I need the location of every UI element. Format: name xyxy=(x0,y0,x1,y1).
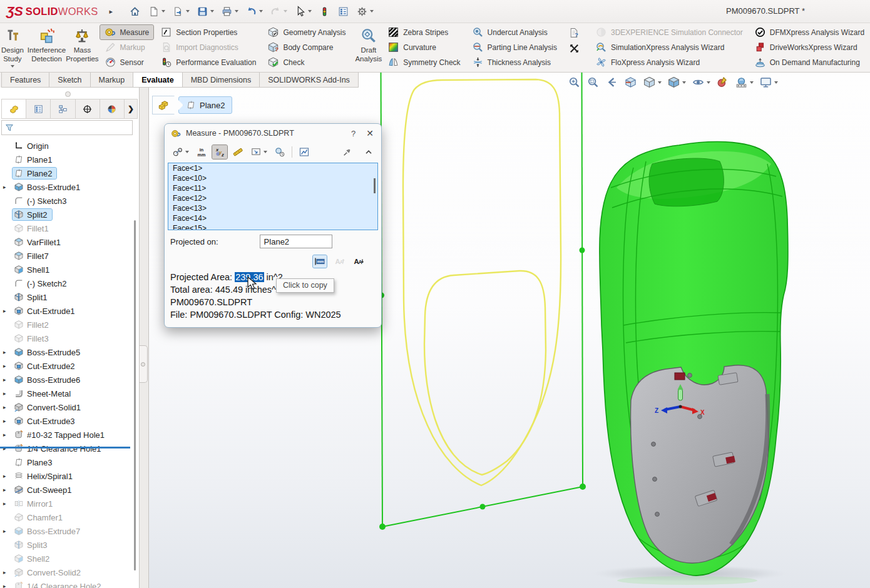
tree-item-convert-solid2[interactable]: ▸Convert-Solid2 xyxy=(0,565,134,579)
dropdown-caret-icon[interactable] xyxy=(370,10,374,13)
ribbon-button-import-diagnostics[interactable]: Import Diagnostics xyxy=(156,40,260,54)
dropdown-caret-icon[interactable] xyxy=(11,65,14,68)
tree-item--10-32-tapped-hole1[interactable]: ▸#10-32 Tapped Hole1 xyxy=(0,428,134,442)
dropdown-caret-icon[interactable] xyxy=(161,10,165,13)
tree-part-tab[interactable] xyxy=(2,99,26,118)
tree-item-cut-sweep1[interactable]: ▸Cut-Sweep1 xyxy=(0,483,134,497)
tree-item-mirror1[interactable]: ▸Mirror1 xyxy=(0,497,134,510)
tree-item-shell1[interactable]: Shell1 xyxy=(0,263,134,276)
selection-list-item[interactable]: Face<10> xyxy=(168,173,377,183)
projected-on-button[interactable] xyxy=(248,145,269,159)
panel-resize-handle[interactable] xyxy=(65,91,71,97)
tree-item-1-4-clearance-hole2[interactable]: ▸1/4 Clearance Hole2 xyxy=(0,579,134,588)
tree-display-tab[interactable] xyxy=(100,99,125,118)
tab-markup[interactable]: Markup xyxy=(90,73,134,88)
properties-list-button[interactable] xyxy=(335,4,352,19)
expand-arrow-icon[interactable]: ▸ xyxy=(3,349,13,355)
tree-item-cut-extrude2[interactable]: ▸Cut-Extrude2 xyxy=(0,359,134,373)
model-body[interactable]: Z X xyxy=(600,142,788,576)
tree-item-fillet1[interactable]: Fillet1 xyxy=(0,221,134,235)
view-settings-button[interactable] xyxy=(758,75,779,89)
ribbon-button-thickness-analysis[interactable]: Thickness Analysis xyxy=(468,55,561,69)
tab-sketch[interactable]: Sketch xyxy=(49,73,90,88)
dropdown-caret-icon[interactable] xyxy=(210,10,214,13)
dropdown-caret-icon[interactable] xyxy=(185,151,189,153)
select-cursor-button[interactable] xyxy=(292,4,314,19)
close-button[interactable]: ✕ xyxy=(366,128,374,138)
selection-list-item[interactable]: Face<15> xyxy=(168,223,377,230)
selection-list-item[interactable]: Face<12> xyxy=(168,193,377,203)
tab-solidworks-add-ins[interactable]: SOLIDWORKS Add-Ins xyxy=(259,73,359,88)
ribbon-button-markup[interactable]: Markup xyxy=(100,40,154,54)
tree-item-fillet7[interactable]: Fillet7 xyxy=(0,249,134,263)
previous-view-button[interactable] xyxy=(604,75,620,89)
total-area-line[interactable]: Total area: 445.49 inches^2 xyxy=(170,283,376,296)
ribbon-button-check[interactable]: Check xyxy=(263,55,350,69)
selection-list-item[interactable]: Face<1> xyxy=(168,163,377,173)
tree-item-fillet3[interactable]: Fillet3 xyxy=(0,332,134,345)
tree-item-plane3[interactable]: Plane3 xyxy=(0,455,134,469)
tree-item-cut-extrude1[interactable]: ▸Cut-Extrude1 xyxy=(0,304,134,318)
panel-splitter[interactable] xyxy=(139,88,149,588)
performance-monitor-button[interactable] xyxy=(316,4,333,19)
selection-list-item[interactable]: Face<11> xyxy=(168,183,377,193)
expand-arrow-icon[interactable]: ▸ xyxy=(3,404,13,410)
dropdown-caret-icon[interactable] xyxy=(774,81,778,84)
tree-item-1-4-clearance-hole1[interactable]: ▸1/4 Clearance Hole1 xyxy=(0,442,134,455)
dropdown-caret-icon[interactable] xyxy=(682,81,686,84)
selection-list-item[interactable]: Face<13> xyxy=(168,203,377,213)
tree-item-plane1[interactable]: Plane1 xyxy=(0,153,134,166)
dropdown-caret-icon[interactable] xyxy=(264,151,267,153)
ribbon-button-section-properties[interactable]: Section Properties xyxy=(156,25,260,39)
print-button[interactable] xyxy=(218,4,241,19)
tree-item-plane2[interactable]: Plane2 xyxy=(0,166,134,180)
expand-arrow-icon[interactable]: ▸ xyxy=(3,377,13,383)
tree-item-boss-extrude5[interactable]: ▸Boss-Extrude5 xyxy=(0,345,134,359)
tree-item-origin[interactable]: Origin xyxy=(0,139,134,153)
tree-item-sheet-metal[interactable]: ▸Sheet-Metal xyxy=(0,387,134,400)
save-button[interactable] xyxy=(194,4,217,19)
tree-item-shell2[interactable]: Shell2 xyxy=(0,552,134,565)
ribbon-button-design-study[interactable]: Design Study xyxy=(1,24,24,71)
xyz-measure-button[interactable]: xyz xyxy=(212,145,227,159)
measure-selection-list[interactable]: Face<1>Face<10>Face<11>Face<12>Face<13>F… xyxy=(168,163,378,230)
ribbon-button-on-demand-manufacturing[interactable]: On Demand Manufacturing xyxy=(750,55,869,69)
dropdown-caret-icon[interactable] xyxy=(235,10,238,13)
tab-evaluate[interactable]: Evaluate xyxy=(133,73,182,88)
apply-scene-button[interactable] xyxy=(734,75,755,89)
edit-appearance-button[interactable] xyxy=(715,75,730,89)
expand-arrow-icon[interactable]: ▸ xyxy=(3,487,13,493)
ribbon-button-interference-detection[interactable]: Interference Detection xyxy=(28,24,66,71)
dropdown-caret-icon[interactable] xyxy=(186,10,190,13)
plane2-boundary[interactable] xyxy=(381,73,583,527)
expand-arrow-icon[interactable]: ▸ xyxy=(3,432,13,438)
zoom-area-button[interactable] xyxy=(585,75,601,89)
ruler-mm-button[interactable]: mm xyxy=(313,255,327,268)
arc-measure-button[interactable] xyxy=(170,145,191,159)
expand-arrow-icon[interactable]: ▸ xyxy=(3,308,13,314)
ribbon-button-deviation-analysis[interactable] xyxy=(564,41,585,56)
tree-item-helix-spiral1[interactable]: ▸Helix/Spiral1 xyxy=(0,469,134,483)
logo-flyout-arrow-icon[interactable]: ▸ xyxy=(110,8,113,16)
undo-button[interactable] xyxy=(243,4,265,19)
ribbon-button-driveworksxpress-wizard[interactable]: DriveWorksXpress Wizard xyxy=(750,40,869,54)
display-style-button[interactable] xyxy=(666,75,687,89)
ribbon-button-body-compare[interactable]: ?Body Compare xyxy=(263,40,350,54)
expand-arrow-icon[interactable]: ▸ xyxy=(3,363,13,369)
dropdown-caret-icon[interactable] xyxy=(707,81,710,84)
tree-tabs-expand-button[interactable]: ❯ xyxy=(125,99,137,118)
units-in-mm-button[interactable]: inmm xyxy=(194,145,209,159)
tab-features[interactable]: Features xyxy=(1,73,49,88)
measure-history-button[interactable] xyxy=(272,145,287,159)
new-doc-button[interactable] xyxy=(145,4,168,19)
view-orientation-button[interactable] xyxy=(642,75,663,89)
ribbon-button-sensor[interactable]: Sensor xyxy=(100,55,154,69)
zoom-fit-button[interactable] xyxy=(566,75,582,89)
tree-item-varfillet1[interactable]: VarFillet1 xyxy=(0,235,134,249)
tree-item--sketch3[interactable]: (-) Sketch3 xyxy=(0,194,134,208)
projected-area-line[interactable]: Projected Area: 239.36 in^2 xyxy=(170,271,376,283)
ribbon-button-mass-properties[interactable]: Mass Properties xyxy=(66,24,98,71)
plane2-vertex-points[interactable] xyxy=(379,248,586,530)
dropdown-caret-icon[interactable] xyxy=(658,81,662,84)
tree-filter[interactable] xyxy=(1,120,133,135)
